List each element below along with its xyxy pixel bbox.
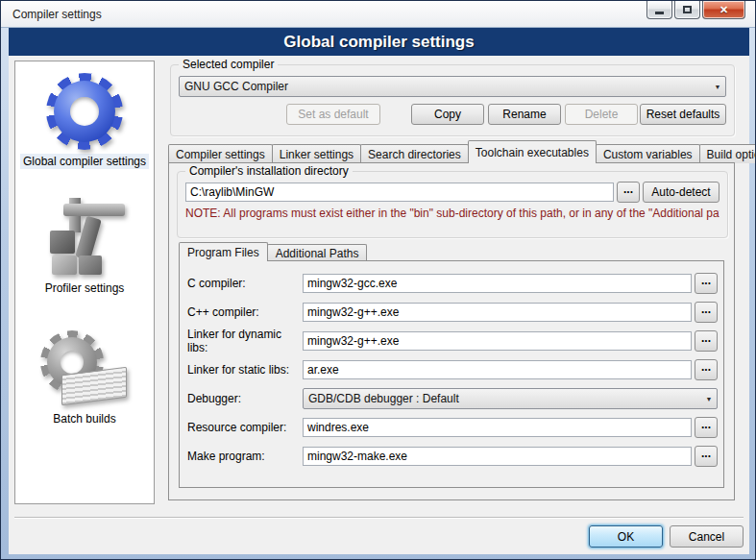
header-banner: Global compiler settings xyxy=(9,28,749,56)
resource-compiler-input[interactable] xyxy=(303,418,692,437)
browse-button[interactable]: ... xyxy=(695,446,718,467)
dialog-body: Global compiler settings Profiler settin… xyxy=(9,56,749,554)
note-text: NOTE: All programs must exist either in … xyxy=(185,207,719,220)
make-program-input[interactable] xyxy=(303,447,692,466)
blue-gear-icon xyxy=(35,71,134,152)
close-button[interactable]: ✕ xyxy=(702,1,745,19)
installation-directory-input[interactable] xyxy=(185,183,614,202)
set-as-default-button[interactable]: Set as default xyxy=(286,104,380,125)
tab-linker-settings[interactable]: Linker settings xyxy=(272,144,361,163)
tab-custom-variables[interactable]: Custom variables xyxy=(596,144,700,163)
titlebar[interactable]: Compiler settings ✕ xyxy=(1,1,755,28)
close-icon: ✕ xyxy=(719,4,728,16)
cpp-compiler-input[interactable] xyxy=(303,303,692,322)
settings-tabstrip: Compiler settings Linker settings Search… xyxy=(168,140,743,163)
subtab-program-files[interactable]: Program Files xyxy=(179,242,268,261)
field-label: Debugger: xyxy=(187,392,303,405)
compiler-select-value: GNU GCC Compiler xyxy=(180,80,710,93)
field-row-resource-compiler: Resource compiler: ... xyxy=(187,417,718,438)
tab-search-directories[interactable]: Search directories xyxy=(360,144,469,163)
browse-button[interactable]: ... xyxy=(695,302,718,323)
settings-category-list: Global compiler settings Profiler settin… xyxy=(14,61,155,504)
minimize-button[interactable] xyxy=(646,1,672,19)
minimize-icon xyxy=(655,12,664,14)
compiler-select[interactable]: GNU GCC Compiler ▼ xyxy=(179,76,726,97)
tab-toolchain-executables[interactable]: Toolchain executables xyxy=(468,140,597,163)
field-label: Linker for dynamic libs: xyxy=(187,328,303,354)
rename-button[interactable]: Rename xyxy=(488,104,561,125)
paths-subtabstrip: Program Files Additional Paths xyxy=(179,242,366,261)
linker-static-input[interactable] xyxy=(303,360,692,379)
program-files-page: C compiler: ... C++ compiler: ... Linker… xyxy=(179,260,724,488)
caliper-icon xyxy=(35,198,134,279)
toolchain-executables-page: Compiler's installation directory ... Au… xyxy=(168,162,735,500)
selected-compiler-group: Selected compiler GNU GCC Compiler ▼ Set… xyxy=(170,64,735,136)
copy-button[interactable]: Copy xyxy=(411,104,484,125)
reset-defaults-button[interactable]: Reset defaults xyxy=(640,104,726,125)
browse-button[interactable]: ... xyxy=(695,417,718,438)
field-label: Linker for static libs: xyxy=(187,363,303,377)
browse-button[interactable]: ... xyxy=(695,330,718,352)
debugger-select[interactable]: GDB/CDB debugger : Default ▼ xyxy=(303,388,718,409)
sidebar-item-label: Profiler settings xyxy=(42,280,128,296)
subtab-additional-paths[interactable]: Additional Paths xyxy=(267,244,368,261)
field-label: Make program: xyxy=(187,450,303,463)
compiler-buttons-row: Set as default Copy Rename Delete Reset … xyxy=(179,104,726,125)
sidebar-item-label: Batch builds xyxy=(50,411,118,426)
footer-divider xyxy=(14,517,744,519)
field-row-c-compiler: C compiler: ... xyxy=(187,273,718,294)
browse-directory-button[interactable]: ... xyxy=(617,182,640,203)
gray-gear-stack-icon xyxy=(35,329,134,409)
auto-detect-button[interactable]: Auto-detect xyxy=(643,182,719,203)
compiler-settings-window: Compiler settings ✕ Global compiler sett… xyxy=(0,0,756,560)
ok-button[interactable]: OK xyxy=(589,525,663,548)
field-label: C compiler: xyxy=(187,277,303,290)
cancel-button[interactable]: Cancel xyxy=(670,525,744,548)
field-label: Resource compiler: xyxy=(187,421,303,434)
group-title: Selected compiler xyxy=(179,58,278,71)
field-row-linker-static: Linker for static libs: ... xyxy=(187,359,718,380)
tab-build-options[interactable]: Build options xyxy=(699,144,756,163)
browse-button[interactable]: ... xyxy=(695,359,718,380)
tab-compiler-settings[interactable]: Compiler settings xyxy=(168,144,273,163)
linker-dynamic-input[interactable] xyxy=(303,331,692,351)
field-row-debugger: Debugger: GDB/CDB debugger : Default ▼ xyxy=(187,388,718,409)
field-row-linker-dynamic: Linker for dynamic libs: ... xyxy=(187,330,718,352)
field-row-cpp-compiler: C++ compiler: ... xyxy=(187,302,718,323)
sidebar-item-profiler-settings[interactable]: Profiler settings xyxy=(15,198,154,296)
sidebar-item-batch-builds[interactable]: Batch builds xyxy=(15,329,154,426)
installation-directory-group: Compiler's installation directory ... Au… xyxy=(177,171,728,238)
field-row-make-program: Make program: ... xyxy=(187,446,718,467)
browse-button[interactable]: ... xyxy=(695,273,718,294)
caption-buttons: ✕ xyxy=(645,1,745,19)
maximize-icon xyxy=(683,6,692,13)
maximize-button[interactable] xyxy=(674,1,700,19)
chevron-down-icon: ▼ xyxy=(701,396,717,402)
sidebar-item-label: Global compiler settings xyxy=(20,154,149,169)
sidebar-item-global-compiler-settings[interactable]: Global compiler settings xyxy=(15,71,154,169)
field-label: C++ compiler: xyxy=(187,305,303,319)
page-title: Global compiler settings xyxy=(283,33,474,52)
chevron-down-icon: ▼ xyxy=(710,84,725,90)
window-title: Compiler settings xyxy=(12,8,102,21)
c-compiler-input[interactable] xyxy=(303,274,692,293)
debugger-select-value: GDB/CDB debugger : Default xyxy=(304,392,701,405)
group-title: Compiler's installation directory xyxy=(185,164,353,178)
delete-button[interactable]: Delete xyxy=(565,104,638,125)
installation-directory-row: ... Auto-detect xyxy=(185,182,719,203)
